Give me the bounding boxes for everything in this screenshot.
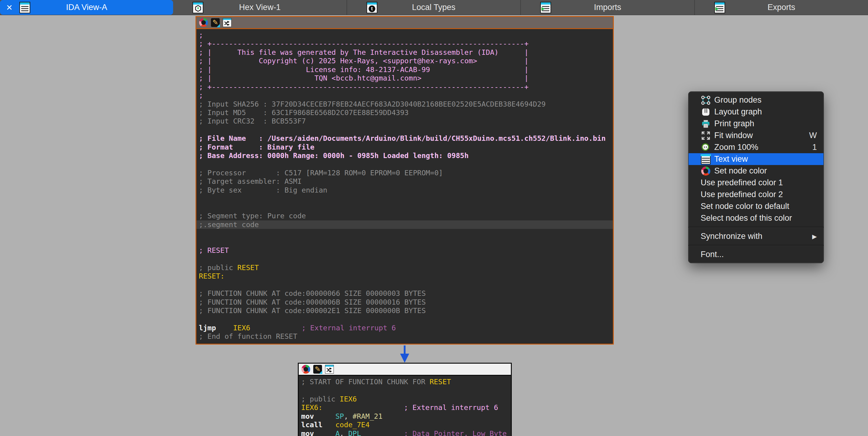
graph-node-iex6[interactable]: ; START OF FUNCTION CHUNK FOR RESET ; pu… [298,363,512,436]
code-segment: mov [301,412,314,420]
code-segment: ; RESET [199,246,229,255]
tab-label: Hex View-1 [239,3,281,12]
menu-item-select-nodes-of-this-color[interactable]: Select nodes of this color [688,212,824,224]
code-segment: SP [335,412,344,420]
code-line [199,238,613,246]
code-segment: ; Processor : C517 [RAM=128 ROM=0 EPROM=… [199,169,443,177]
code-line: ; Processor : C517 [RAM=128 ROM=0 EPROM=… [199,169,613,177]
code-segment: ; Byte sex : Big endian [199,186,327,194]
code-segment [361,429,404,436]
menu-item-label: Select nodes of this color [701,213,792,223]
menu-item-synchronize-with[interactable]: Synchronize with▶ [688,230,824,242]
menu-item-print-graph[interactable]: Print graph [688,118,824,129]
edit-node-icon[interactable] [313,365,322,374]
menu-item-text-view[interactable]: Text view [688,153,824,165]
code-line [199,315,613,323]
text-view-icon [701,154,711,165]
code-segment: ; Data Pointer, Low Byte [404,429,507,436]
text-view-icon [701,154,711,165]
menu-item-font[interactable]: Font... [688,249,824,260]
code-line [199,281,613,289]
zoom-100-icon: 1:1 [701,142,711,153]
layout-graph-icon [701,107,711,117]
menu-item-set-node-color[interactable]: Set node color [688,165,824,177]
code-segment: ; | This file was generated by The Inter… [199,48,528,57]
code-segment: , [344,412,352,420]
menu-item-use-predefined-color-2[interactable]: Use predefined color 2 [688,188,824,200]
code-line: ; public RESET [199,263,613,272]
code-line: ; +-------------------------------------… [199,83,613,91]
edit-node-icon[interactable] [211,18,220,27]
code-line: ; Format : Binary file [199,143,613,151]
code-line: ; File Name : /Users/aiden/Documents/Ard… [199,134,613,143]
menu-item-fit-window[interactable]: Fit windowW [688,129,824,141]
code-line: ; End of function RESET [199,332,613,341]
code-line: mov A, DPL ; Data Pointer, Low Byte [301,429,511,436]
code-segment: IEX6 [340,395,357,403]
code-segment: , [340,429,348,436]
close-tab-icon[interactable]: ✕ [5,0,14,15]
shuffle-node-icon[interactable] [325,365,334,374]
code-segment: ; Segment type: Pure code [199,212,306,220]
code-segment [322,420,335,429]
menu-item-label: Use predefined color 1 [701,178,783,187]
menu-item-group-nodes[interactable]: Group nodes [688,94,824,106]
disassembly-text[interactable]: ; START OF FUNCTION CHUNK FOR RESET ; pu… [299,376,511,436]
code-segment: ; Input MD5 : 63C1F9868E6568D2C07EE88E59… [199,108,409,117]
code-line: ; | TQN <bccb.htc@gmail.comn> | [199,74,613,82]
node-toolbar[interactable] [196,17,613,29]
code-segment: ; Target assembler: ASMI [199,177,302,185]
code-line: lcall code_7E4 [301,420,511,429]
shuffle-node-icon[interactable] [223,18,231,27]
code-segment: IEX6: [301,403,322,412]
code-line [199,255,613,263]
node-color-icon [701,166,711,176]
code-segment: ; public [301,395,340,403]
tab-local-types[interactable]: tLocal Types [347,0,521,15]
tab-hex-view-1[interactable]: ⬡▼Hex View-1 [173,0,347,15]
code-segment [250,324,302,332]
graph-node-reset[interactable]: ;; +------------------------------------… [195,16,614,345]
menu-item-label: Print graph [714,119,754,128]
menu-shortcut: W [809,131,817,140]
menu-item-label: Set node color [714,166,767,176]
code-segment: RESET [237,263,259,272]
code-line: ; | License info: 48-2137-ACAB-99 | [199,65,613,74]
code-segment: ;.segment code [199,221,259,229]
code-segment: RESET [430,378,451,386]
code-segment: IEX6 [233,324,250,332]
code-line [199,160,613,169]
tab-ida-view-a[interactable]: ✕IDA View-A [0,0,173,15]
menu-item-layout-graph[interactable]: Layout graph [688,106,824,118]
code-line [199,229,613,237]
code-line: ; | Copyright (c) 2025 Hex-Rays, <suppor… [199,57,613,65]
code-line: ; Segment type: Pure code [199,212,613,220]
tab-imports[interactable]: ▶Imports [521,0,694,15]
disassembly-text[interactable]: ;; +------------------------------------… [196,29,613,341]
submenu-arrow-icon: ▶ [812,233,817,240]
code-line: ; [199,31,613,39]
node-color-icon [701,167,710,176]
code-segment [314,429,335,436]
ida-desktop: { "tab_bar": { "tabs": [ {"label":"IDA V… [0,0,868,436]
code-segment: ; [199,31,203,39]
node-toolbar[interactable] [299,364,511,376]
menu-separator [688,227,824,228]
node-color-icon[interactable] [302,365,310,374]
menu-item-label: Layout graph [714,107,762,117]
menu-item-set-node-color-to-default[interactable]: Set node color to default [688,200,824,212]
menu-item-use-predefined-color-1[interactable]: Use predefined color 1 [688,177,824,188]
menu-item-label: Use predefined color 2 [701,190,783,199]
code-segment: ; FUNCTION CHUNK AT code:000002E1 SIZE 0… [199,307,426,315]
code-segment: ; Format : Binary file [199,143,314,151]
tab-exports[interactable]: ▶Exports [695,0,868,15]
code-segment [314,412,335,420]
tab-label: Local Types [412,3,456,12]
menu-item-label: Zoom 100% [714,143,758,152]
fit-window-icon [701,130,711,141]
code-line: ; Input CRC32 : BCB553F7 [199,117,613,125]
code-line: ; Input SHA256 : 37F20D34CECEB7F8EB24AEC… [199,100,613,108]
menu-item-zoom-100[interactable]: 1:1Zoom 100%1 [688,141,824,153]
code-segment [322,403,404,412]
node-color-icon[interactable] [199,18,208,27]
